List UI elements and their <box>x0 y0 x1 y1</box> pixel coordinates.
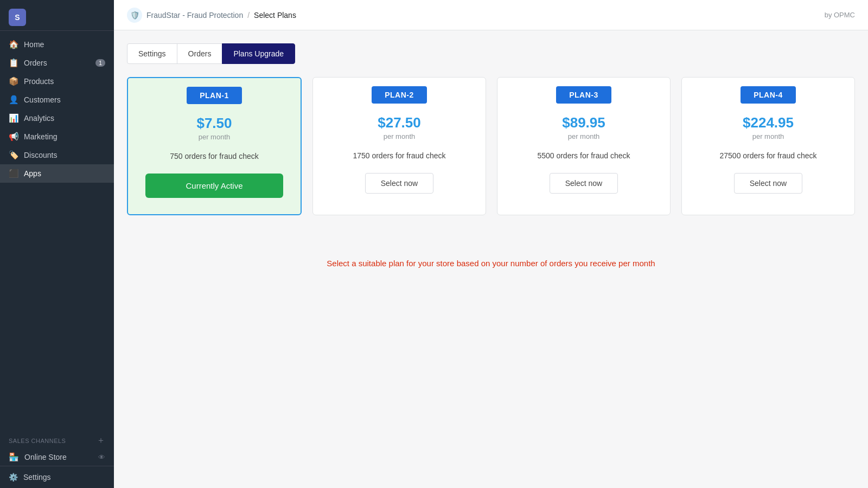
plan-price-plan-1: $7.50 <box>196 115 232 132</box>
online-store-label: Online Store <box>24 453 67 461</box>
plan-period-plan-3: per month <box>568 132 600 140</box>
sales-channels-label: Sales channels <box>9 438 66 444</box>
store-icon: 🏪 <box>9 452 19 462</box>
plan-card-plan-4: PLAN-4 $224.95 per month 27500 orders fo… <box>681 77 855 215</box>
page-title: Select Plans <box>254 11 296 20</box>
by-label: by OPMC <box>825 11 855 19</box>
tabs: SettingsOrdersPlans Upgrade <box>127 43 855 64</box>
plan-label-plan-2: PLAN-2 <box>372 86 427 104</box>
sidebar-logo: S <box>0 0 114 31</box>
analytics-icon: 📊 <box>9 113 18 123</box>
tab-settings[interactable]: Settings <box>127 43 177 64</box>
sidebar-logo-icon: S <box>9 9 26 26</box>
tab-plans-upgrade[interactable]: Plans Upgrade <box>222 43 295 64</box>
plan-orders-plan-4: 27500 orders for fraud check <box>720 151 817 160</box>
sidebar-item-apps[interactable]: ⬛ Apps <box>0 164 114 183</box>
plan-label-plan-4: PLAN-4 <box>741 86 796 104</box>
sidebar-item-products[interactable]: 📦 Products <box>0 72 114 91</box>
plan-price-plan-3: $89.95 <box>562 114 605 131</box>
sidebar-item-orders[interactable]: 📋 Orders 1 <box>0 54 114 72</box>
plan-price-plan-2: $27.50 <box>378 114 421 131</box>
sidebar-item-label: Customers <box>24 95 61 104</box>
topbar: 🛡️ FraudStar - Fraud Protection / Select… <box>114 0 868 30</box>
orders-badge: 1 <box>95 59 105 67</box>
orders-icon: 📋 <box>9 58 18 68</box>
select-now-button-plan-2[interactable]: Select now <box>365 173 433 194</box>
marketing-icon: 📢 <box>9 132 18 142</box>
plan-orders-plan-1: 750 orders for fraud check <box>170 152 258 160</box>
sidebar-item-label: Discounts <box>24 151 57 159</box>
sidebar-item-label: Apps <box>24 169 41 178</box>
eye-icon[interactable]: 👁 <box>98 453 105 461</box>
main-content: 🛡️ FraudStar - Fraud Protection / Select… <box>114 0 868 488</box>
add-sales-channel-button[interactable]: ＋ <box>97 435 106 446</box>
currently-active-button[interactable]: Currently Active <box>145 174 283 198</box>
sidebar: S 🏠 Home 📋 Orders 1 📦 Products 👤 Custome… <box>0 0 114 488</box>
sidebar-item-customers[interactable]: 👤 Customers <box>0 91 114 109</box>
products-icon: 📦 <box>9 76 18 86</box>
sidebar-item-discounts[interactable]: 🏷️ Discounts <box>0 146 114 164</box>
sidebar-item-marketing[interactable]: 📢 Marketing <box>0 127 114 146</box>
settings-label: Settings <box>23 473 51 481</box>
customers-icon: 👤 <box>9 95 18 105</box>
footer-note: Select a suitable plan for your store ba… <box>127 259 855 268</box>
plan-orders-plan-3: 5500 orders for fraud check <box>537 151 630 160</box>
plan-period-plan-2: per month <box>384 132 416 140</box>
select-now-button-plan-4[interactable]: Select now <box>734 173 802 194</box>
plan-card-plan-1: PLAN-1 $7.50 per month 750 orders for fr… <box>127 77 302 215</box>
app-name: FraudStar - Fraud Protection <box>146 11 243 20</box>
plan-orders-plan-2: 1750 orders for fraud check <box>353 151 445 160</box>
breadcrumb-separator: / <box>247 11 250 20</box>
sidebar-item-label: Products <box>24 77 54 86</box>
plans-grid: PLAN-1 $7.50 per month 750 orders for fr… <box>127 77 855 215</box>
sidebar-item-online-store[interactable]: 🏪 Online Store 👁 <box>0 448 114 466</box>
plan-label-plan-3: PLAN-3 <box>556 86 611 104</box>
apps-icon: ⬛ <box>9 169 18 178</box>
plan-card-plan-3: PLAN-3 $89.95 per month 5500 orders for … <box>497 77 671 215</box>
app-icon: 🛡️ <box>127 8 142 23</box>
sidebar-item-label: Marketing <box>24 132 57 141</box>
sidebar-item-analytics[interactable]: 📊 Analytics <box>0 109 114 127</box>
plan-card-plan-2: PLAN-2 $27.50 per month 1750 orders for … <box>312 77 486 215</box>
breadcrumb: 🛡️ FraudStar - Fraud Protection / Select… <box>127 8 296 23</box>
plan-label-plan-1: PLAN-1 <box>187 87 242 104</box>
settings-icon: ⚙️ <box>9 473 18 481</box>
discounts-icon: 🏷️ <box>9 150 18 160</box>
sidebar-item-label: Home <box>24 40 44 49</box>
sidebar-item-home[interactable]: 🏠 Home <box>0 35 114 54</box>
sidebar-nav: 🏠 Home 📋 Orders 1 📦 Products 👤 Customers… <box>0 31 114 428</box>
content-area: SettingsOrdersPlans Upgrade PLAN-1 $7.50… <box>114 30 868 488</box>
plan-price-plan-4: $224.95 <box>743 114 794 131</box>
sidebar-item-settings[interactable]: ⚙️ Settings <box>0 466 114 488</box>
tab-orders[interactable]: Orders <box>177 43 223 64</box>
plan-period-plan-4: per month <box>752 132 784 140</box>
sidebar-item-label: Orders <box>24 59 47 67</box>
home-icon: 🏠 <box>9 40 18 49</box>
sidebar-item-label: Analytics <box>24 114 54 123</box>
select-now-button-plan-3[interactable]: Select now <box>550 173 618 194</box>
plan-period-plan-1: per month <box>199 133 231 141</box>
sales-channels-section: Sales channels ＋ <box>0 428 114 448</box>
